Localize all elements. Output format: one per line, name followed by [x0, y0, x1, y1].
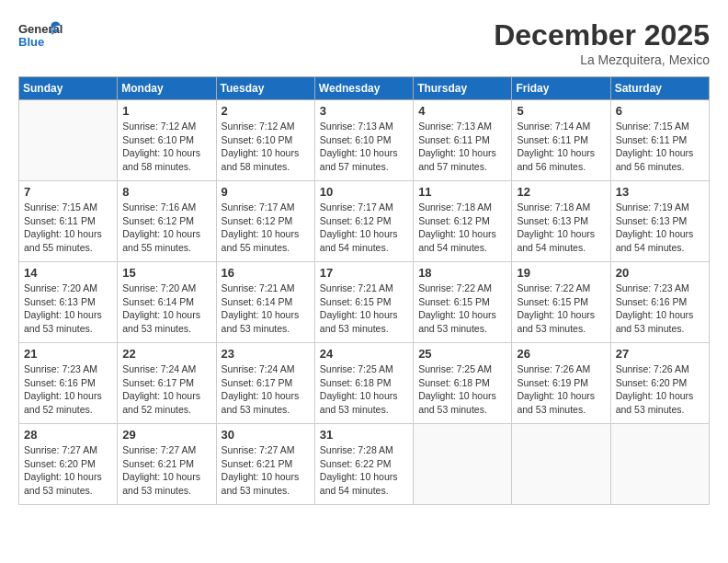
cell-info: Sunrise: 7:27 AMSunset: 6:20 PMDaylight:… [24, 443, 112, 498]
calendar-week-row: 14Sunrise: 7:20 AMSunset: 6:13 PMDayligh… [19, 262, 710, 343]
calendar-cell: 17Sunrise: 7:21 AMSunset: 6:15 PMDayligh… [314, 262, 413, 343]
cell-info: Sunrise: 7:26 AMSunset: 6:19 PMDaylight:… [517, 362, 605, 417]
month-title: December 2025 [494, 18, 710, 52]
day-number: 19 [517, 266, 605, 280]
cell-info: Sunrise: 7:17 AMSunset: 6:12 PMDaylight:… [222, 201, 310, 255]
calendar-cell: 8Sunrise: 7:16 AMSunset: 6:12 PMDaylight… [118, 181, 216, 262]
cell-info: Sunrise: 7:21 AMSunset: 6:15 PMDaylight:… [320, 282, 408, 336]
day-number: 8 [122, 185, 210, 199]
day-number: 5 [517, 104, 605, 118]
day-number: 29 [122, 428, 210, 442]
day-number: 12 [517, 185, 605, 199]
day-number: 24 [320, 347, 408, 361]
calendar-cell: 28Sunrise: 7:27 AMSunset: 6:20 PMDayligh… [19, 424, 118, 505]
calendar-week-row: 7Sunrise: 7:15 AMSunset: 6:11 PMDaylight… [19, 181, 710, 262]
logo: General Blue [18, 18, 63, 55]
calendar-cell [512, 424, 610, 505]
calendar-cell: 24Sunrise: 7:25 AMSunset: 6:18 PMDayligh… [314, 343, 413, 424]
cell-info: Sunrise: 7:27 AMSunset: 6:21 PMDaylight:… [222, 443, 310, 498]
day-number: 23 [222, 347, 310, 361]
calendar-table: SundayMondayTuesdayWednesdayThursdayFrid… [18, 76, 710, 505]
day-number: 3 [320, 104, 408, 118]
calendar-cell: 23Sunrise: 7:24 AMSunset: 6:17 PMDayligh… [216, 343, 314, 424]
cell-info: Sunrise: 7:14 AMSunset: 6:11 PMDaylight:… [517, 120, 605, 174]
location: La Mezquitera, Mexico [494, 52, 710, 67]
weekday-header-saturday: Saturday [610, 77, 709, 100]
calendar-cell: 22Sunrise: 7:24 AMSunset: 6:17 PMDayligh… [118, 343, 216, 424]
cell-info: Sunrise: 7:18 AMSunset: 6:13 PMDaylight:… [517, 201, 605, 255]
weekday-header-monday: Monday [118, 77, 216, 100]
calendar-cell: 26Sunrise: 7:26 AMSunset: 6:19 PMDayligh… [512, 343, 610, 424]
title-block: December 2025 La Mezquitera, Mexico [494, 18, 710, 67]
calendar-cell [610, 424, 709, 505]
cell-info: Sunrise: 7:27 AMSunset: 6:21 PMDaylight:… [122, 443, 210, 498]
day-number: 16 [222, 266, 310, 280]
weekday-header-row: SundayMondayTuesdayWednesdayThursdayFrid… [19, 77, 710, 100]
cell-info: Sunrise: 7:25 AMSunset: 6:18 PMDaylight:… [320, 362, 408, 417]
day-number: 2 [222, 104, 310, 118]
calendar-cell: 20Sunrise: 7:23 AMSunset: 6:16 PMDayligh… [610, 262, 709, 343]
weekday-header-friday: Friday [512, 77, 610, 100]
cell-info: Sunrise: 7:24 AMSunset: 6:17 PMDaylight:… [222, 362, 310, 417]
cell-info: Sunrise: 7:20 AMSunset: 6:13 PMDaylight:… [24, 282, 112, 336]
calendar-cell: 2Sunrise: 7:12 AMSunset: 6:10 PMDaylight… [216, 100, 314, 181]
cell-info: Sunrise: 7:23 AMSunset: 6:16 PMDaylight:… [24, 362, 112, 417]
calendar-cell: 5Sunrise: 7:14 AMSunset: 6:11 PMDaylight… [512, 100, 610, 181]
calendar-week-row: 1Sunrise: 7:12 AMSunset: 6:10 PMDaylight… [19, 100, 710, 181]
day-number: 18 [418, 266, 506, 280]
cell-info: Sunrise: 7:17 AMSunset: 6:12 PMDaylight:… [320, 201, 408, 255]
cell-info: Sunrise: 7:15 AMSunset: 6:11 PMDaylight:… [616, 120, 704, 174]
day-number: 4 [418, 104, 506, 118]
day-number: 21 [24, 347, 112, 361]
cell-info: Sunrise: 7:22 AMSunset: 6:15 PMDaylight:… [418, 282, 506, 336]
weekday-header-wednesday: Wednesday [314, 77, 413, 100]
day-number: 26 [517, 347, 605, 361]
cell-info: Sunrise: 7:15 AMSunset: 6:11 PMDaylight:… [24, 201, 112, 255]
day-number: 30 [222, 428, 310, 442]
calendar-cell: 31Sunrise: 7:28 AMSunset: 6:22 PMDayligh… [314, 424, 413, 505]
calendar-cell: 15Sunrise: 7:20 AMSunset: 6:14 PMDayligh… [118, 262, 216, 343]
cell-info: Sunrise: 7:21 AMSunset: 6:14 PMDaylight:… [222, 282, 310, 336]
day-number: 28 [24, 428, 112, 442]
calendar-cell: 21Sunrise: 7:23 AMSunset: 6:16 PMDayligh… [19, 343, 118, 424]
calendar-cell: 12Sunrise: 7:18 AMSunset: 6:13 PMDayligh… [512, 181, 610, 262]
cell-info: Sunrise: 7:24 AMSunset: 6:17 PMDaylight:… [122, 362, 210, 417]
day-number: 13 [616, 185, 704, 199]
page-header: General Blue December 2025 La Mezquitera… [18, 18, 710, 67]
cell-info: Sunrise: 7:12 AMSunset: 6:10 PMDaylight:… [222, 120, 310, 174]
cell-info: Sunrise: 7:25 AMSunset: 6:18 PMDaylight:… [418, 362, 506, 417]
day-number: 27 [616, 347, 704, 361]
day-number: 1 [122, 104, 210, 118]
cell-info: Sunrise: 7:22 AMSunset: 6:15 PMDaylight:… [517, 282, 605, 336]
calendar-cell: 6Sunrise: 7:15 AMSunset: 6:11 PMDaylight… [610, 100, 709, 181]
day-number: 31 [320, 428, 408, 442]
calendar-cell: 9Sunrise: 7:17 AMSunset: 6:12 PMDaylight… [216, 181, 314, 262]
calendar-cell: 27Sunrise: 7:26 AMSunset: 6:20 PMDayligh… [610, 343, 709, 424]
calendar-cell: 11Sunrise: 7:18 AMSunset: 6:12 PMDayligh… [414, 181, 512, 262]
calendar-cell: 18Sunrise: 7:22 AMSunset: 6:15 PMDayligh… [414, 262, 512, 343]
cell-info: Sunrise: 7:12 AMSunset: 6:10 PMDaylight:… [122, 120, 210, 174]
day-number: 9 [222, 185, 310, 199]
day-number: 15 [122, 266, 210, 280]
calendar-cell: 30Sunrise: 7:27 AMSunset: 6:21 PMDayligh… [216, 424, 314, 505]
calendar-cell: 25Sunrise: 7:25 AMSunset: 6:18 PMDayligh… [414, 343, 512, 424]
calendar-cell: 19Sunrise: 7:22 AMSunset: 6:15 PMDayligh… [512, 262, 610, 343]
day-number: 11 [418, 185, 506, 199]
day-number: 6 [616, 104, 704, 118]
cell-info: Sunrise: 7:23 AMSunset: 6:16 PMDaylight:… [616, 282, 704, 336]
calendar-week-row: 21Sunrise: 7:23 AMSunset: 6:16 PMDayligh… [19, 343, 710, 424]
calendar-cell [414, 424, 512, 505]
calendar-cell: 14Sunrise: 7:20 AMSunset: 6:13 PMDayligh… [19, 262, 118, 343]
calendar-cell [19, 100, 118, 181]
day-number: 25 [418, 347, 506, 361]
cell-info: Sunrise: 7:16 AMSunset: 6:12 PMDaylight:… [122, 201, 210, 255]
calendar-cell: 10Sunrise: 7:17 AMSunset: 6:12 PMDayligh… [314, 181, 413, 262]
day-number: 14 [24, 266, 112, 280]
calendar-week-row: 28Sunrise: 7:27 AMSunset: 6:20 PMDayligh… [19, 424, 710, 505]
calendar-cell: 16Sunrise: 7:21 AMSunset: 6:14 PMDayligh… [216, 262, 314, 343]
svg-text:Blue: Blue [18, 35, 44, 49]
calendar-cell: 1Sunrise: 7:12 AMSunset: 6:10 PMDaylight… [118, 100, 216, 181]
calendar-cell: 13Sunrise: 7:19 AMSunset: 6:13 PMDayligh… [610, 181, 709, 262]
cell-info: Sunrise: 7:19 AMSunset: 6:13 PMDaylight:… [616, 201, 704, 255]
day-number: 20 [616, 266, 704, 280]
